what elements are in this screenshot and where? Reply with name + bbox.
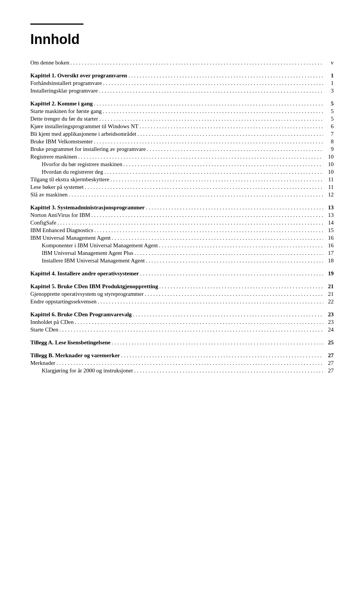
toc-label: Innholdet på CDen (30, 319, 74, 325)
toc-row: Tilgang til ekstra skjermbeskyttere11 (30, 176, 334, 183)
toc-label: ConfigSafe (30, 220, 56, 226)
toc-page: 21 (324, 291, 334, 297)
toc-label: Bli kjent med applikasjonene i arbeidsom… (30, 131, 136, 137)
toc-dots (70, 60, 323, 66)
toc-label: Tilgang til ekstra skjermbeskyttere (30, 176, 109, 183)
toc-page: 6 (324, 123, 334, 130)
toc-spacer (30, 265, 334, 270)
toc-label: Tillegg B. Merknader og varemerker (30, 352, 120, 359)
toc-dots (85, 184, 323, 190)
toc-row: Starte maskinen for første gang5 (30, 108, 334, 115)
toc-label: Endre oppstartingssekvensen (30, 298, 97, 305)
toc-page: 3 (324, 88, 334, 94)
toc-row: IBM Enhanced Diagnostics15 (30, 227, 334, 234)
toc-page: 10 (324, 161, 334, 168)
toc-label: Dette trenger du før du starter (30, 116, 98, 122)
toc-dots (159, 283, 323, 290)
toc-dots (57, 220, 323, 226)
toc-page: 7 (324, 131, 334, 137)
toc-dots (99, 116, 323, 122)
toc-dots (134, 367, 323, 374)
toc-page: 11 (324, 184, 334, 190)
toc-page: 16 (324, 235, 334, 241)
toc-row: Bruke programmet for installering av pro… (30, 146, 334, 152)
toc-spacer (30, 95, 334, 101)
toc-dots (104, 169, 323, 175)
toc-label: Tillegg A. Lese lisensbetingelsene (30, 339, 110, 346)
toc-row: Komponenter i IBM Universal Management A… (30, 242, 334, 249)
toc-label: Om denne boken (30, 60, 69, 66)
toc-row: Hvorfor du bør registrere maskinen10 (30, 161, 334, 168)
toc-page: 14 (324, 220, 334, 226)
toc-dots (98, 298, 323, 305)
toc-dots (133, 311, 323, 318)
toc-row: Kjøre installeringsprogrammet til Window… (30, 123, 334, 130)
toc-row: Bruke IBM Velkomstsenter8 (30, 138, 334, 145)
toc-page: 21 (324, 283, 334, 290)
toc-row: Registrere maskinen10 (30, 154, 334, 160)
toc-dots (99, 88, 323, 94)
toc-row: Gjenopprette operativsystem og styreprog… (30, 291, 334, 297)
toc-row: Om denne bokenv (30, 60, 334, 66)
toc-label: Starte CDen (30, 327, 58, 333)
toc-page: 9 (324, 146, 334, 152)
toc-dots (94, 227, 323, 234)
toc-spacer (30, 67, 334, 72)
toc-page: 24 (324, 327, 334, 333)
toc-row: Hvordan du registrerer deg10 (30, 169, 334, 175)
toc-label: Starte maskinen for første gang (30, 108, 102, 115)
toc-row: Kapittel 5. Bruke CDen IBM Produktgjenop… (30, 283, 334, 290)
toc-row: Tillegg B. Merknader og varemerker27 (30, 352, 334, 359)
toc-spacer (30, 199, 334, 204)
toc-dots (91, 212, 323, 218)
toc-dots (121, 352, 323, 359)
toc-row: Lese bøker på systemet11 (30, 184, 334, 190)
toc-page: 15 (324, 227, 334, 234)
toc-row: ConfigSafe14 (30, 220, 334, 226)
toc-dots (146, 258, 323, 264)
toc-dots (146, 204, 323, 211)
toc-dots (60, 327, 323, 333)
toc-page: 1 (324, 80, 334, 86)
toc-label: Kapittel 3. Systemadministrasjonsprogram… (30, 204, 145, 211)
toc-page: 19 (324, 270, 334, 277)
toc-row: Kapittel 3. Systemadministrasjonsprogram… (30, 204, 334, 211)
toc-dots (135, 250, 323, 256)
toc-dots (147, 146, 323, 152)
page-header (30, 23, 83, 25)
toc-dots (78, 154, 323, 160)
toc-dots (140, 123, 323, 130)
toc-dots (140, 270, 323, 277)
toc-page: 16 (324, 242, 334, 249)
toc-dots (128, 72, 323, 79)
toc-row: Slå av maskinen12 (30, 192, 334, 198)
toc-page: 25 (324, 339, 334, 346)
toc-dots (94, 138, 323, 145)
toc-row: Dette trenger du før du starter5 (30, 116, 334, 122)
toc-label: Slå av maskinen (30, 192, 67, 198)
toc-label: Komponenter i IBM Universal Management A… (42, 242, 158, 249)
toc-label: Lese bøker på systemet (30, 184, 83, 190)
toc-page: 18 (324, 258, 334, 264)
toc-page: 13 (324, 204, 334, 211)
toc-dots (145, 291, 323, 297)
toc-row: Starte CDen24 (30, 327, 334, 333)
toc-label: Hvordan du registrerer deg (42, 169, 103, 175)
toc-dots (159, 242, 323, 249)
toc-row: Kapittel 6. Bruke CDen Programvarevalg23 (30, 311, 334, 318)
toc-page: 23 (324, 319, 334, 325)
toc-dots (75, 319, 323, 325)
toc-container: Om denne bokenvKapittel 1. Oversikt over… (30, 60, 334, 374)
toc-row: Merknader27 (30, 360, 334, 366)
toc-spacer (30, 334, 334, 339)
toc-label: Registrere maskinen (30, 154, 77, 160)
toc-label: Bruke IBM Velkomstsenter (30, 138, 93, 145)
toc-label: Klargjøring for år 2000 og instruksjoner (42, 367, 133, 374)
toc-label: Installere IBM Universal Management Agen… (42, 258, 145, 264)
page-title: Innhold (30, 31, 334, 47)
toc-label: Forhåndsinstallert programvare (30, 80, 102, 86)
toc-row: Innholdet på CDen23 (30, 319, 334, 325)
toc-page: 27 (324, 352, 334, 359)
toc-dots (103, 108, 323, 115)
toc-row: Endre oppstartingssekvensen22 (30, 298, 334, 305)
